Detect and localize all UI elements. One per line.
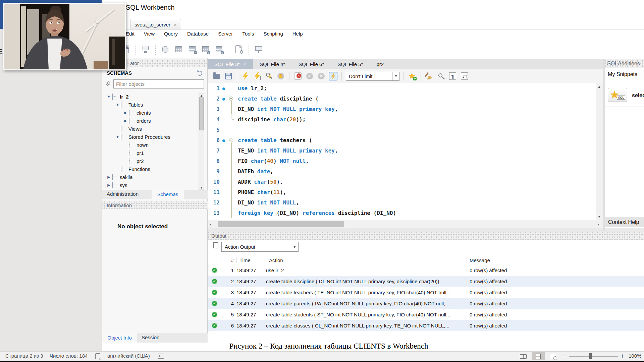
output-row[interactable]: ✓218:49:27create table discipline ( DI_N… bbox=[208, 276, 644, 287]
code-line-9[interactable]: 9DATEb date, bbox=[208, 166, 595, 177]
chevron-down-icon[interactable]: ▼ bbox=[293, 245, 296, 249]
tree-item-functions[interactable]: Functions bbox=[102, 165, 199, 173]
execute-script-icon[interactable] bbox=[241, 72, 250, 80]
keyboard-language-icon[interactable] bbox=[158, 354, 164, 359]
menu-item-database[interactable]: Database bbox=[187, 31, 209, 37]
zoom-level[interactable]: 100% bbox=[629, 353, 641, 359]
menu-item-server[interactable]: Server bbox=[218, 31, 233, 37]
my-snippets-selector[interactable]: My Snippets bbox=[605, 68, 644, 81]
connection-tab[interactable]: sveta_to_server × bbox=[130, 19, 181, 30]
output-column-message[interactable]: Message bbox=[467, 257, 641, 263]
explain-plan-icon[interactable] bbox=[265, 72, 273, 80]
tree-item-nown[interactable]: nown bbox=[102, 141, 199, 149]
create-function-icon[interactable]: 0 bbox=[214, 45, 224, 54]
code-line-8[interactable]: 8FIO char(40) NOT null, bbox=[208, 156, 595, 166]
tree-item-sys[interactable]: ▶sys bbox=[102, 181, 199, 189]
tree-scrollbar[interactable]: ▴ ▾ bbox=[199, 93, 204, 190]
create-schema-icon[interactable] bbox=[160, 45, 170, 54]
code-line-11[interactable]: 11PHONE char(11), bbox=[208, 187, 595, 197]
tree-collapsed-icon[interactable]: ▶ bbox=[107, 183, 111, 187]
snippet-insert-button[interactable]: SQL bbox=[608, 88, 627, 102]
horizontal-scrollbar-thumb[interactable] bbox=[218, 221, 344, 227]
create-procedure-icon[interactable]: ƒ bbox=[201, 45, 211, 54]
tree-scrollbar-thumb[interactable] bbox=[199, 97, 204, 130]
zoom-in-button[interactable]: + bbox=[621, 353, 624, 360]
zoom-slider[interactable] bbox=[569, 356, 618, 357]
read-mode-icon[interactable] bbox=[517, 352, 530, 360]
find-icon[interactable] bbox=[437, 72, 445, 80]
editor-horizontal-scrollbar[interactable]: ‹ › bbox=[208, 220, 603, 228]
create-table-icon[interactable] bbox=[174, 45, 184, 54]
editor-tab-pr2[interactable]: pr2 bbox=[370, 59, 390, 69]
tree-item-lr_2[interactable]: ▼lr_2 bbox=[102, 93, 199, 101]
refresh-schemas-icon[interactable] bbox=[197, 71, 202, 76]
scroll-left-icon[interactable]: ‹ bbox=[208, 221, 214, 227]
output-column-num[interactable]: # bbox=[221, 257, 236, 263]
proofing-status-icon[interactable] bbox=[95, 353, 100, 359]
open-script-icon[interactable] bbox=[212, 72, 221, 80]
connection-tab-close-icon[interactable]: × bbox=[174, 22, 177, 27]
output-view-selector[interactable]: Action Output ▼ bbox=[221, 242, 299, 252]
toggle-invisibles-icon[interactable]: ¶ bbox=[448, 72, 457, 80]
zoom-slider-thumb[interactable] bbox=[589, 353, 592, 359]
code-line-2[interactable]: 2create table discipline ( bbox=[208, 94, 595, 104]
print-layout-icon[interactable] bbox=[532, 352, 545, 360]
fold-open-icon[interactable] bbox=[228, 135, 235, 145]
output-row[interactable]: ✓418:49:27create table parents ( PA_NO i… bbox=[208, 298, 644, 309]
output-column-action[interactable]: Action bbox=[266, 257, 467, 263]
search-data-icon[interactable] bbox=[234, 45, 244, 54]
scroll-up-icon[interactable]: ▴ bbox=[596, 84, 603, 89]
code-line-5[interactable]: 5 bbox=[208, 125, 595, 135]
schema-filter-input[interactable] bbox=[113, 79, 204, 88]
code-line-13[interactable]: 13foreign key (DI_NO) references discipl… bbox=[208, 208, 595, 218]
tree-collapsed-icon[interactable]: ▶ bbox=[123, 111, 128, 115]
chevron-down-icon[interactable]: ▼ bbox=[392, 72, 399, 80]
output-row[interactable]: ✓118:49:27use lr_20 row(s) affected bbox=[208, 265, 644, 276]
scroll-right-icon[interactable]: › bbox=[595, 221, 601, 227]
panel-splitter[interactable] bbox=[603, 59, 605, 231]
tree-item-pr1[interactable]: pr1 bbox=[102, 149, 199, 157]
create-view-icon[interactable]: + bbox=[187, 45, 197, 54]
stop-query-icon[interactable]: ✋ bbox=[276, 72, 285, 80]
tree-collapsed-icon[interactable]: ▶ bbox=[107, 175, 111, 179]
menu-item-tools[interactable]: Tools bbox=[242, 31, 254, 37]
tab-object-info[interactable]: Object Info bbox=[102, 333, 137, 343]
code-line-10[interactable]: 10ADDR char(50), bbox=[208, 177, 595, 187]
scroll-down-icon[interactable]: ▾ bbox=[596, 214, 603, 219]
word-count[interactable]: Число слов: 184 bbox=[50, 353, 88, 359]
tree-item-views[interactable]: Views bbox=[102, 125, 199, 133]
tab-schemas[interactable]: Schemas bbox=[152, 190, 184, 199]
editor-tab-sql-file-5-[interactable]: SQL File 5* bbox=[331, 59, 370, 69]
code-line-7[interactable]: 7TE_NO int NOT NULL primary key, bbox=[208, 145, 595, 156]
rollback-icon[interactable]: ✕ bbox=[317, 72, 326, 80]
tree-expanded-icon[interactable]: ▼ bbox=[115, 135, 120, 139]
tree-item-sakila[interactable]: ▶sakila bbox=[102, 173, 199, 181]
editor-tab-sql-file-4-[interactable]: SQL File 4* bbox=[253, 59, 292, 69]
code-line-6[interactable]: 6create table teachers ( bbox=[208, 135, 595, 145]
output-row[interactable]: ✓318:49:27create table teachers ( TE_NO … bbox=[208, 287, 644, 298]
tree-expanded-icon[interactable]: ▼ bbox=[107, 95, 111, 99]
tree-item-clients[interactable]: ▶clients bbox=[102, 109, 199, 117]
zoom-out-button[interactable]: − bbox=[562, 353, 566, 360]
commit-icon[interactable]: ✓ bbox=[305, 72, 314, 80]
stop-on-error-toggle-icon[interactable] bbox=[293, 72, 302, 80]
code-line-12[interactable]: 12DI_NO int NOT NULL, bbox=[208, 197, 595, 208]
editor-tab-sql-file-6-[interactable]: SQL File 6* bbox=[292, 59, 331, 69]
scroll-down-icon[interactable]: ▾ bbox=[199, 185, 204, 190]
menu-item-edit[interactable]: Edit bbox=[126, 31, 135, 37]
tree-collapsed-icon[interactable]: ▶ bbox=[123, 119, 128, 123]
autocommit-toggle-icon[interactable] bbox=[329, 72, 337, 80]
code-line-3[interactable]: 3DI_NO int NOT NULL primary key, bbox=[208, 104, 595, 114]
close-icon[interactable]: × bbox=[243, 61, 246, 67]
language-indicator[interactable]: английский (США) bbox=[107, 353, 150, 359]
web-layout-icon[interactable] bbox=[547, 352, 560, 360]
menu-item-query[interactable]: Query bbox=[164, 31, 178, 37]
context-help-tab[interactable]: Context Help bbox=[605, 217, 644, 227]
page-indicator[interactable]: Страница 2 из 3 bbox=[5, 353, 43, 359]
reconnect-server-icon[interactable] bbox=[254, 45, 264, 54]
menu-item-scripting[interactable]: Scripting bbox=[263, 31, 283, 37]
tree-item-stored-procedures[interactable]: ▼Stored Procedures bbox=[102, 133, 199, 141]
tree-item-orders[interactable]: ▶orders bbox=[102, 117, 199, 125]
editor-vertical-scrollbar[interactable]: ▴ ▾ bbox=[596, 83, 603, 220]
fold-open-icon[interactable] bbox=[228, 94, 235, 104]
